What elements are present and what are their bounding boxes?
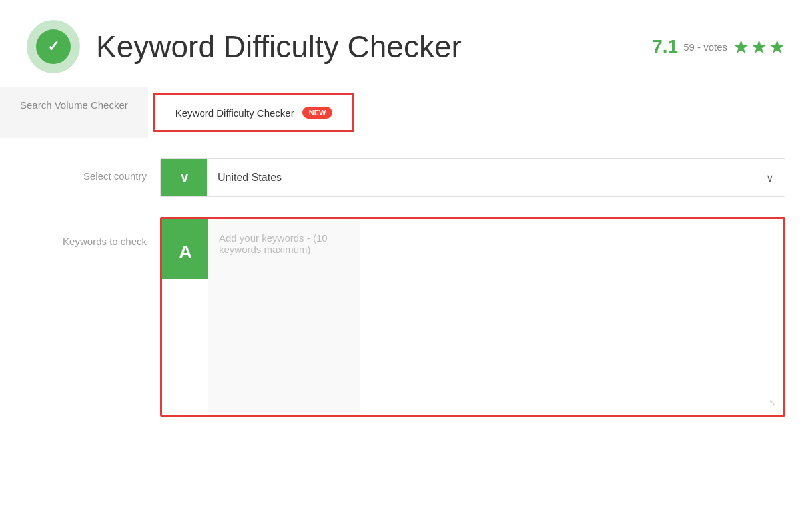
keywords-input-wrapper: A ⤡ (160, 217, 785, 417)
keywords-textarea[interactable] (208, 219, 360, 412)
chevron-down-icon: ✓ (47, 38, 59, 55)
country-label: Select country (27, 158, 147, 182)
country-select-wrapper[interactable]: ∨ United States ∨ (160, 158, 785, 197)
star-3: ★ (769, 36, 785, 58)
new-badge: NEW (302, 107, 333, 119)
app-icon-circle: ✓ (27, 20, 80, 73)
main-content: Select country ∨ United States ∨ Keyword… (0, 138, 812, 457)
star-1: ★ (733, 36, 749, 58)
keywords-area-container: ⤡ (208, 219, 783, 415)
keywords-label: Keywords to check (27, 217, 147, 247)
rating-score: 7.1 (652, 36, 678, 57)
tab-keyword-difficulty[interactable]: Keyword Difficulty Checker NEW (153, 93, 355, 132)
tab-keyword-difficulty-label: Keyword Difficulty Checker (175, 107, 294, 119)
keywords-icon-button[interactable]: A (162, 219, 208, 279)
country-row: Select country ∨ United States ∨ (27, 158, 785, 197)
page-title: Keyword Difficulty Checker (96, 29, 636, 65)
tab-search-volume[interactable]: Search Volume Checker (0, 87, 148, 138)
chevron-down-icon: ∨ (179, 170, 189, 186)
a-icon: A (179, 242, 192, 263)
tabs-row: Search Volume Checker Keyword Difficulty… (0, 87, 812, 138)
keywords-row: Keywords to check A ⤡ (27, 217, 785, 417)
resize-handle: ⤡ (769, 397, 777, 408)
star-rating: ★ ★ ★ (733, 36, 785, 58)
star-2: ★ (751, 36, 767, 58)
app-icon-inner: ✓ (36, 29, 71, 64)
country-selected-value: United States (207, 172, 755, 184)
select-dropdown-icon: ∨ (755, 172, 785, 184)
country-icon-button[interactable]: ∨ (161, 159, 207, 196)
app-header: ✓ Keyword Difficulty Checker 7.1 59 - vo… (0, 0, 812, 87)
rating-area: 7.1 59 - votes ★ ★ ★ (652, 36, 785, 58)
tab-search-volume-label: Search Volume Checker (20, 99, 128, 111)
rating-votes: 59 - votes (683, 41, 727, 53)
